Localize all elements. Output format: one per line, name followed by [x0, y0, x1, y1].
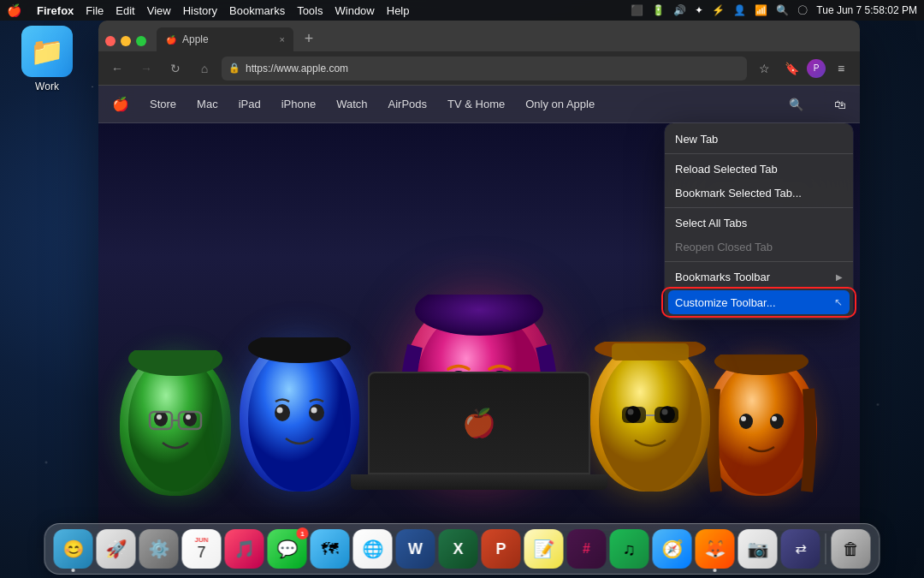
- window-close-button[interactable]: [105, 36, 116, 46]
- apple-nav-tv[interactable]: TV & Home: [447, 98, 505, 110]
- menubar-history[interactable]: History: [183, 4, 217, 17]
- menu-item-customize-toolbar[interactable]: Customize Toolbar... ↖: [668, 290, 850, 314]
- word-icon: W: [408, 541, 423, 557]
- bookmark-star-button[interactable]: ☆: [752, 57, 776, 80]
- dock-item-settings[interactable]: ⚙️: [139, 529, 179, 569]
- apple-menu-icon[interactable]: 🍎: [7, 3, 21, 17]
- reopen-closed-label: Reopen Closed Tab: [675, 241, 773, 253]
- macbook-base: [351, 474, 607, 490]
- dock-item-music[interactable]: 🎵: [225, 529, 264, 569]
- svg-point-4: [186, 414, 191, 420]
- dock-item-spotify[interactable]: ♫: [610, 529, 649, 569]
- menu-item-bookmarks-toolbar[interactable]: Bookmarks Toolbar ▶: [665, 265, 853, 289]
- menubar-volume-icon: 🔊: [673, 4, 686, 16]
- menubar-time: Tue Jun 7 5:58:02 PM: [816, 4, 917, 16]
- menubar-window[interactable]: Window: [335, 4, 375, 17]
- dock-item-chrome[interactable]: 🌐: [353, 529, 393, 569]
- menu-separator-2: [665, 207, 853, 208]
- menu-item-bookmark[interactable]: Bookmark Selected Tab...: [665, 181, 853, 205]
- svg-point-34: [770, 414, 784, 429]
- memoji-right2: [706, 355, 817, 496]
- menubar-search-icon[interactable]: 🔍: [776, 4, 789, 16]
- menubar-tools[interactable]: Tools: [297, 4, 323, 17]
- apple-nav-mac[interactable]: Mac: [197, 98, 218, 110]
- apple-nav-store[interactable]: Store: [150, 98, 176, 110]
- dock-item-messages[interactable]: 💬 1: [268, 529, 307, 569]
- svg-point-35: [741, 416, 746, 421]
- dock-item-screenshot[interactable]: 📷: [738, 529, 778, 569]
- new-tab-button[interactable]: +: [297, 27, 321, 51]
- svg-point-32: [714, 361, 808, 494]
- dock-item-migration[interactable]: ⇄: [781, 529, 820, 569]
- window-controls: [105, 36, 146, 51]
- back-button[interactable]: ←: [105, 57, 129, 80]
- menubar-edit[interactable]: Edit: [116, 4, 134, 17]
- window-maximize-button[interactable]: [136, 36, 146, 46]
- menu-item-reload[interactable]: Reload Selected Tab: [665, 157, 853, 181]
- bookmark-label: Bookmark Selected Tab...: [675, 187, 802, 200]
- menu-item-new-tab[interactable]: New Tab: [665, 127, 853, 151]
- window-minimize-button[interactable]: [121, 36, 131, 46]
- address-bar[interactable]: 🔒 https://www.apple.com: [222, 57, 747, 80]
- desktop-icon-work[interactable]: 📁 Work: [17, 26, 77, 92]
- apple-logo-nav: 🍎: [112, 96, 129, 112]
- url-text: https://www.apple.com: [246, 63, 740, 74]
- menu-button[interactable]: ≡: [829, 57, 853, 80]
- dock-item-maps[interactable]: 🗺: [311, 529, 350, 569]
- dock-item-launchpad[interactable]: 🚀: [97, 529, 136, 569]
- menu-item-select-all-tabs[interactable]: Select All Tabs: [665, 211, 853, 235]
- menubar-siri-icon[interactable]: 〇: [797, 3, 808, 18]
- apple-nav-only[interactable]: Only on Apple: [525, 98, 595, 110]
- pocket-button[interactable]: 🔖: [779, 57, 803, 80]
- dock-item-excel[interactable]: X: [439, 529, 478, 569]
- apple-nav-ipad[interactable]: iPad: [239, 98, 261, 110]
- browser-tab-apple[interactable]: 🍎 Apple ×: [157, 27, 293, 51]
- spotify-icon: ♫: [623, 540, 636, 557]
- firefox-dot: [714, 569, 717, 572]
- svg-point-37: [714, 355, 808, 375]
- dock-item-firefox[interactable]: 🦊: [696, 529, 735, 569]
- menubar-view[interactable]: View: [147, 4, 171, 17]
- tab-title: Apple: [182, 33, 209, 45]
- music-icon: 🎵: [234, 540, 255, 557]
- select-all-tabs-label: Select All Tabs: [675, 217, 747, 229]
- menu-item-reopen-closed: Reopen Closed Tab: [665, 235, 853, 259]
- screenshot-icon: 📷: [747, 540, 768, 557]
- menubar-file[interactable]: File: [86, 4, 104, 17]
- forward-button[interactable]: →: [134, 57, 158, 80]
- reload-label: Reload Selected Tab: [675, 163, 778, 176]
- svg-point-33: [739, 414, 753, 429]
- menubar-help[interactable]: Help: [387, 4, 410, 17]
- tab-close-button[interactable]: ×: [280, 34, 285, 45]
- migration-icon: ⇄: [795, 542, 806, 556]
- browser-window: 🍎 Apple × + ← → ↻ ⌂ 🔒 https://www.apple.…: [98, 21, 860, 531]
- menubar-right: ⬛ 🔋 🔊 ✦ ⚡ 👤 📶 🔍 〇 Tue Jun 7 5:58:02 PM: [631, 3, 917, 18]
- dock-item-calendar[interactable]: JUN 7: [182, 529, 222, 569]
- apple-nav-watch[interactable]: Watch: [336, 98, 367, 110]
- desktop: 🍎 Firefox File Edit View History Bookmar…: [0, 0, 924, 578]
- svg-point-13: [311, 408, 317, 414]
- apple-nav-iphone[interactable]: iPhone: [281, 98, 316, 110]
- dock-item-safari[interactable]: 🧭: [653, 529, 692, 569]
- dock-item-trash[interactable]: 🗑: [832, 529, 871, 569]
- profile-avatar[interactable]: P: [807, 59, 826, 78]
- apple-search-icon[interactable]: 🔍: [789, 98, 803, 111]
- menubar-app-name[interactable]: Firefox: [37, 4, 74, 17]
- menubar-bookmarks[interactable]: Bookmarks: [229, 4, 285, 17]
- apple-nav: 🍎 Store Mac iPad iPhone Watch AirPods TV…: [98, 86, 860, 123]
- svg-point-10: [275, 404, 290, 421]
- dock-item-slack[interactable]: #: [567, 529, 607, 569]
- customize-toolbar-label: Customize Toolbar...: [675, 296, 776, 309]
- dock-item-finder[interactable]: 😊: [54, 529, 93, 569]
- refresh-button[interactable]: ↻: [163, 57, 187, 80]
- dock-item-word[interactable]: W: [396, 529, 435, 569]
- messages-badge: 1: [297, 527, 309, 539]
- menubar-battery-icon: 🔋: [652, 4, 665, 16]
- apple-bag-icon[interactable]: 🛍: [834, 98, 846, 111]
- apple-nav-airpods[interactable]: AirPods: [388, 98, 428, 110]
- home-button[interactable]: ⌂: [192, 57, 216, 80]
- dock-item-notes[interactable]: 📝: [524, 529, 564, 569]
- dock-item-powerpoint[interactable]: P: [482, 529, 521, 569]
- finder-dot: [72, 569, 75, 572]
- tab-bar: 🍎 Apple × +: [98, 21, 860, 51]
